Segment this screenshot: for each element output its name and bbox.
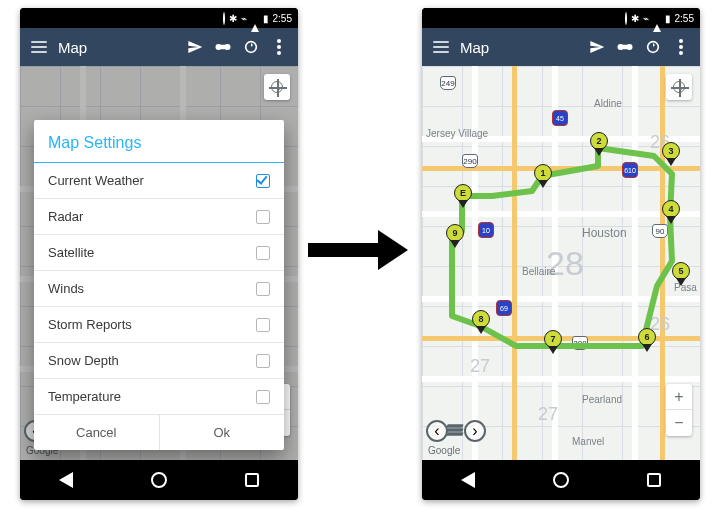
- clock-text: 2:55: [273, 13, 292, 24]
- map-attribution: Google: [428, 445, 460, 456]
- svg-point-11: [679, 39, 683, 43]
- signal-icon: [251, 13, 259, 24]
- route-pin-E[interactable]: E: [454, 184, 472, 208]
- map-label-pearland: Pearland: [582, 394, 622, 405]
- hwy-shield-249: 249: [440, 76, 456, 90]
- map-label-bellaire: Bellaire: [522, 266, 555, 277]
- arrow-icon: [308, 230, 412, 270]
- settings-row-label: Current Weather: [48, 173, 144, 188]
- settings-row-label: Winds: [48, 281, 84, 296]
- svg-point-12: [679, 45, 683, 49]
- svg-rect-2: [219, 45, 228, 50]
- route-icon[interactable]: [214, 38, 232, 56]
- location-icon: [223, 13, 225, 24]
- locate-icon[interactable]: [588, 38, 606, 56]
- map-screen-right[interactable]: 28 27 26 27 26 Houston Bellaire Aldine J…: [422, 66, 700, 460]
- nav-home-icon[interactable]: [151, 472, 167, 488]
- weather-temp-27: 27: [470, 356, 490, 377]
- cancel-button[interactable]: Cancel: [34, 415, 160, 450]
- zoom-control: + −: [666, 384, 692, 436]
- nav-back-icon[interactable]: [59, 472, 73, 488]
- zoom-in-button[interactable]: +: [666, 384, 692, 410]
- bluetooth-icon: ✱: [229, 13, 237, 24]
- app-bar: Map: [20, 28, 298, 66]
- status-bar: ✱ ⌁ ▮ 2:55: [20, 8, 298, 28]
- settings-row[interactable]: Winds: [34, 271, 284, 307]
- clock-text: 2:55: [675, 13, 694, 24]
- route-pin-6[interactable]: 6: [638, 328, 656, 352]
- interstate-shield-610: 610: [622, 162, 638, 178]
- checkbox[interactable]: [256, 282, 270, 296]
- checkbox[interactable]: [256, 354, 270, 368]
- vibrate-icon: ⌁: [643, 13, 649, 24]
- hwy-shield-90: 90: [652, 224, 668, 238]
- route-pin-8[interactable]: 8: [472, 310, 490, 334]
- nav-recent-icon[interactable]: [245, 473, 259, 487]
- route-icon[interactable]: [616, 38, 634, 56]
- my-location-button[interactable]: [264, 74, 290, 100]
- next-button[interactable]: ›: [464, 420, 486, 442]
- hwy-shield-290: 290: [462, 154, 478, 168]
- app-bar: Map: [422, 28, 700, 66]
- refresh-icon[interactable]: [242, 38, 260, 56]
- checkbox[interactable]: [256, 318, 270, 332]
- weather-temp-27b: 27: [538, 404, 558, 425]
- interstate-shield-45: 45: [552, 110, 568, 126]
- nav-recent-icon[interactable]: [647, 473, 661, 487]
- menu-icon[interactable]: [432, 38, 450, 56]
- page-title: Map: [58, 39, 176, 56]
- settings-row[interactable]: Temperature: [34, 379, 284, 414]
- ok-button[interactable]: Ok: [160, 415, 285, 450]
- settings-row-label: Satellite: [48, 245, 94, 260]
- route-pin-4[interactable]: 4: [662, 200, 680, 224]
- checkbox[interactable]: [256, 390, 270, 404]
- checkbox[interactable]: [256, 210, 270, 224]
- interstate-shield-69: 69: [496, 300, 512, 316]
- settings-row[interactable]: Storm Reports: [34, 307, 284, 343]
- overflow-icon[interactable]: [270, 38, 288, 56]
- android-navbar: [422, 460, 700, 500]
- route-pin-2[interactable]: 2: [590, 132, 608, 156]
- route-pin-3[interactable]: 3: [662, 142, 680, 166]
- map-paging-control: ‹ ›: [426, 420, 486, 442]
- vibrate-icon: ⌁: [241, 13, 247, 24]
- settings-row[interactable]: Current Weather: [34, 163, 284, 199]
- route-pin-7[interactable]: 7: [544, 330, 562, 354]
- settings-row-label: Radar: [48, 209, 83, 224]
- map-label-jersey: Jersey Village: [426, 128, 488, 139]
- settings-row[interactable]: Radar: [34, 199, 284, 235]
- svg-rect-9: [621, 45, 630, 50]
- overflow-icon[interactable]: [672, 38, 690, 56]
- route-pin-5[interactable]: 5: [672, 262, 690, 286]
- settings-row-label: Snow Depth: [48, 353, 119, 368]
- nav-home-icon[interactable]: [553, 472, 569, 488]
- locate-icon[interactable]: [186, 38, 204, 56]
- route-pin-9[interactable]: 9: [446, 224, 464, 248]
- map-screen-left: Fresno Fresno + − ‹ › Google Map Setting…: [20, 66, 298, 460]
- menu-icon[interactable]: [30, 38, 48, 56]
- my-location-button[interactable]: [666, 74, 692, 100]
- map-label-manvel: Manvel: [572, 436, 604, 447]
- phone-left: ✱ ⌁ ▮ 2:55 Map Fresno Fresno + −: [20, 8, 298, 500]
- location-icon: [625, 13, 627, 24]
- svg-point-5: [277, 45, 281, 49]
- phone-right: ✱ ⌁ ▮ 2:55 Map 28: [422, 8, 700, 500]
- status-bar: ✱ ⌁ ▮ 2:55: [422, 8, 700, 28]
- svg-point-6: [277, 51, 281, 55]
- battery-icon: ▮: [665, 13, 671, 24]
- bluetooth-icon: ✱: [631, 13, 639, 24]
- refresh-icon[interactable]: [644, 38, 662, 56]
- svg-point-13: [679, 51, 683, 55]
- checkbox[interactable]: [256, 246, 270, 260]
- settings-row[interactable]: Satellite: [34, 235, 284, 271]
- layers-icon[interactable]: [445, 420, 467, 442]
- settings-row[interactable]: Snow Depth: [34, 343, 284, 379]
- page-title: Map: [460, 39, 578, 56]
- nav-back-icon[interactable]: [461, 472, 475, 488]
- map-label-houston: Houston: [582, 226, 627, 240]
- map-settings-dialog: Map Settings Current WeatherRadarSatelli…: [34, 120, 284, 450]
- zoom-out-button[interactable]: −: [666, 410, 692, 436]
- route-pin-1[interactable]: 1: [534, 164, 552, 188]
- checkbox[interactable]: [256, 174, 270, 188]
- android-navbar: [20, 460, 298, 500]
